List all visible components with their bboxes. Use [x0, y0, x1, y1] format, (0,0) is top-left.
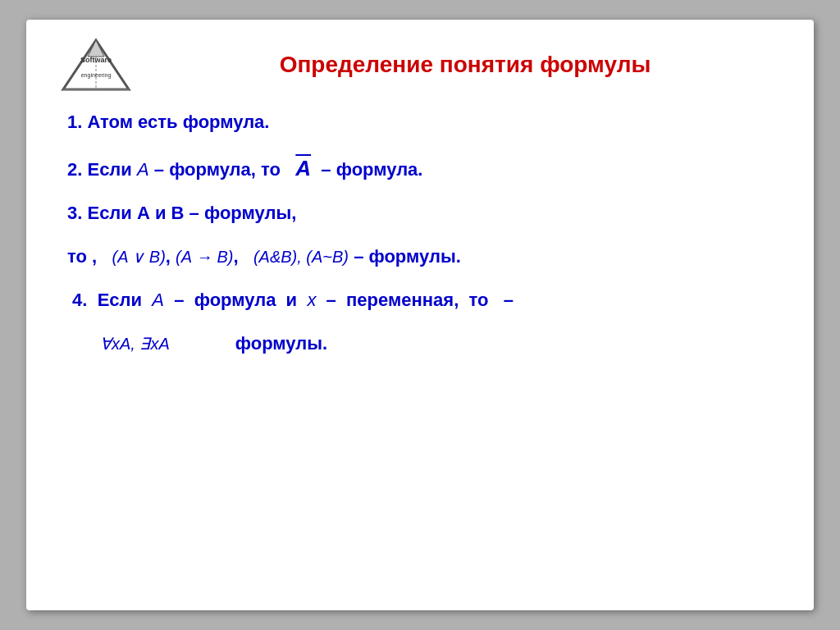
svg-text:engineering: engineering: [81, 72, 112, 79]
quantifier-formulas: ∀xА, ∃xА: [67, 334, 170, 354]
slide-header: Software engineering Определение понятия…: [59, 36, 781, 94]
rule-4-text: 4. Если A – формула и х – переменная, то…: [67, 288, 773, 313]
rule-1: 1. Атом есть формула.: [67, 110, 773, 135]
content-area: 1. Атом есть формула. 2. Если A – формул…: [59, 110, 781, 356]
page-title: Определение понятия формулы: [149, 52, 781, 78]
logo: Software engineering: [59, 36, 133, 94]
rule-4-continuation: ∀xА, ∃xА формулы.: [67, 331, 773, 357]
rule-3: 3. Если А и В – формулы,: [67, 201, 773, 226]
rule-2: 2. Если A – формула, то A – формула.: [67, 153, 773, 183]
slide: Software engineering Определение понятия…: [26, 20, 814, 610]
rule-4: то , (A ∨ B), (A → B), (A&B), (A~B) – фо…: [67, 244, 773, 270]
